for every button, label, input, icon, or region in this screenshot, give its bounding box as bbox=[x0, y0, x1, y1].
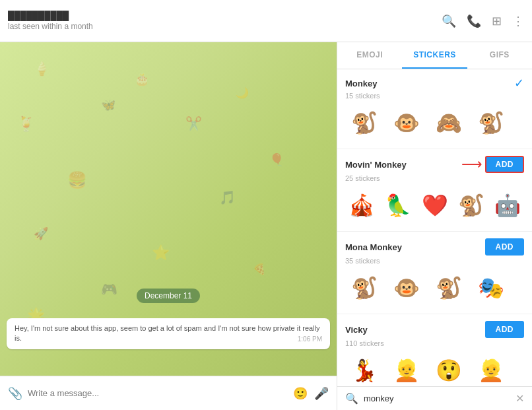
sticker-item[interactable]: 🐒 bbox=[345, 104, 383, 142]
search-icon[interactable]: 🔍 bbox=[442, 14, 456, 28]
sticker-item[interactable]: 🐒 bbox=[455, 186, 487, 224]
pack-count-movin-monkey: 25 stickers bbox=[345, 174, 524, 182]
contact-name: ██████████ bbox=[8, 11, 442, 20]
header-icons: 🔍 📞 ⊞ ⋮ bbox=[442, 14, 524, 28]
pack-header-vicky: Vicky ADD bbox=[345, 321, 524, 338]
add-mona-monkey-button[interactable]: ADD bbox=[485, 238, 525, 256]
sticker-item[interactable]: 🙈 bbox=[430, 104, 468, 142]
sticker-item[interactable]: 👱 bbox=[472, 351, 510, 386]
sticker-item[interactable]: 😲 bbox=[430, 351, 468, 386]
pack-header-movin-monkey: Movin' Monkey ⟶ ADD bbox=[345, 156, 524, 173]
pack-name-movin-monkey: Movin' Monkey bbox=[345, 160, 407, 170]
sticker-row-mona-monkey: 🐒 🐵 🐒 🎭 bbox=[345, 269, 524, 307]
attach-icon[interactable]: 📎 bbox=[8, 386, 22, 401]
sticker-item[interactable]: 🐵 bbox=[387, 104, 426, 142]
pack-count-monkey: 15 stickers bbox=[345, 92, 524, 100]
sticker-row-movin-monkey: 🎪 🦜 ❤️ 🐒 🤖 bbox=[345, 186, 524, 224]
mic-icon[interactable]: 🎤 bbox=[314, 386, 329, 401]
sticker-panel: EMOJI STICKERS GIFS Monkey ✓ 15 stickers… bbox=[337, 42, 532, 410]
header-contact-info: ██████████ last seen within a month bbox=[8, 11, 442, 31]
tab-gifs[interactable]: GIFS bbox=[467, 42, 532, 69]
emoji-icon[interactable]: 🙂 bbox=[293, 386, 308, 401]
message-text: Hey, I'm not sure about this app, seem t… bbox=[15, 324, 320, 342]
message-bubble: Hey, I'm not sure about this app, seem t… bbox=[7, 318, 330, 349]
chat-area: 🍦 🎂 🌙 🍹 ✂️ 🎈 🍔 🎵 🚀 ⭐ 🍕 🎮 🦋 🌟 🎀 December … bbox=[0, 42, 337, 410]
red-arrow-icon: ⟶ bbox=[461, 156, 482, 173]
sticker-pack-movin-monkey: Movin' Monkey ⟶ ADD 25 stickers 🎪 🦜 ❤️ 🐒… bbox=[337, 149, 532, 232]
message-input[interactable] bbox=[28, 388, 293, 398]
sticker-pack-monkey: Monkey ✓ 15 stickers 🐒 🐵 🙈 🐒 bbox=[337, 69, 532, 149]
sticker-item[interactable]: 🎭 bbox=[472, 269, 510, 307]
sticker-item[interactable]: 🤖 bbox=[492, 186, 524, 224]
sticker-item[interactable]: 🎪 bbox=[345, 186, 378, 224]
arrow-add-container: ⟶ ADD bbox=[461, 156, 525, 173]
panel-content: Monkey ✓ 15 stickers 🐒 🐵 🙈 🐒 Movin' Monk… bbox=[337, 69, 532, 386]
search-icon-panel: 🔍 bbox=[345, 392, 358, 405]
tab-stickers[interactable]: STICKERS bbox=[402, 42, 467, 69]
pack-count-mona-monkey: 35 stickers bbox=[345, 257, 524, 265]
chat-input-bar: 📎 🙂 🎤 bbox=[0, 376, 337, 410]
sticker-item[interactable]: 💃 bbox=[345, 351, 383, 386]
chat-messages: December 11 Hey, I'm not sure about this… bbox=[0, 42, 337, 376]
sticker-pack-mona-monkey: Mona Monkey ADD 35 stickers 🐒 🐵 🐒 🎭 bbox=[337, 232, 532, 314]
sticker-row-vicky: 💃 👱 😲 👱 bbox=[345, 351, 524, 386]
pack-name-vicky: Vicky bbox=[345, 325, 368, 335]
phone-icon[interactable]: 📞 bbox=[467, 14, 481, 28]
pack-name-monkey: Monkey bbox=[345, 79, 377, 88]
sticker-item[interactable]: 👱 bbox=[387, 351, 426, 386]
header: ██████████ last seen within a month 🔍 📞 … bbox=[0, 0, 532, 42]
sticker-pack-vicky: Vicky ADD 110 stickers 💃 👱 😲 👱 bbox=[337, 314, 532, 386]
pack-header-monkey: Monkey ✓ bbox=[345, 76, 524, 90]
add-vicky-button[interactable]: ADD bbox=[485, 321, 525, 338]
sticker-row-monkey: 🐒 🐵 🙈 🐒 bbox=[345, 104, 524, 142]
pack-name-mona-monkey: Mona Monkey bbox=[345, 242, 402, 252]
contact-status: last seen within a month bbox=[8, 22, 442, 31]
search-input-panel[interactable] bbox=[364, 393, 515, 403]
input-right-icons: 🙂 🎤 bbox=[293, 386, 329, 401]
tab-emoji[interactable]: EMOJI bbox=[337, 42, 402, 69]
main-content: 🍦 🎂 🌙 🍹 ✂️ 🎈 🍔 🎵 🚀 ⭐ 🍕 🎮 🦋 🌟 🎀 December … bbox=[0, 42, 532, 410]
pack-check-icon: ✓ bbox=[514, 76, 524, 90]
sticker-item[interactable]: 🐒 bbox=[430, 269, 468, 307]
more-icon[interactable]: ⋮ bbox=[512, 14, 524, 28]
sticker-item[interactable]: 🐵 bbox=[387, 269, 426, 307]
add-movin-monkey-button[interactable]: ADD bbox=[485, 156, 525, 173]
sticker-item[interactable]: 🐒 bbox=[345, 269, 383, 307]
sticker-item[interactable]: 🦜 bbox=[382, 186, 414, 224]
pack-header-mona-monkey: Mona Monkey ADD bbox=[345, 238, 524, 256]
layout-icon[interactable]: ⊞ bbox=[492, 14, 502, 28]
panel-tabs: EMOJI STICKERS GIFS bbox=[337, 42, 532, 69]
message-time: 1:06 PM bbox=[298, 335, 322, 344]
sticker-item[interactable]: ❤️ bbox=[418, 186, 451, 224]
date-badge: December 11 bbox=[137, 289, 200, 303]
pack-count-vicky: 110 stickers bbox=[345, 339, 524, 347]
sticker-item[interactable]: 🐒 bbox=[472, 104, 510, 142]
panel-search-bar: 🔍 ✕ bbox=[337, 386, 532, 410]
search-clear-icon[interactable]: ✕ bbox=[515, 392, 524, 405]
